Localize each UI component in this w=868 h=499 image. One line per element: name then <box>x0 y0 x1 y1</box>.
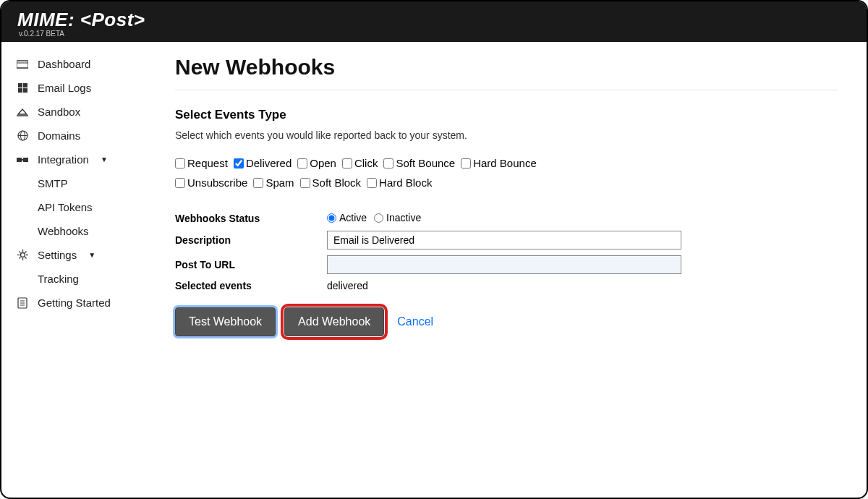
caret-down-icon: ▼ <box>88 251 95 259</box>
checkbox-input[interactable] <box>367 178 377 188</box>
sidebar-item-email-logs[interactable]: Email Logs <box>1 76 153 100</box>
checkbox-unsubscribe[interactable]: Unsubscribe <box>175 176 247 189</box>
svg-rect-11 <box>23 158 28 162</box>
sidebar-item-label: Webhooks <box>38 225 89 237</box>
url-label: Post To URL <box>175 259 327 270</box>
sidebar-item-label: Tracking <box>38 273 79 285</box>
status-label: Webhooks Status <box>175 213 327 224</box>
sidebar-sub-tracking[interactable]: Tracking <box>1 267 153 291</box>
brand-title: MIME: <Post> <box>17 9 851 31</box>
add-webhook-button[interactable]: Add Webhook <box>284 307 384 336</box>
checkbox-input[interactable] <box>461 158 471 169</box>
svg-rect-4 <box>18 88 22 93</box>
svg-point-13 <box>20 253 25 257</box>
radio-inactive[interactable]: Inactive <box>374 212 421 223</box>
checkbox-request[interactable]: Request <box>175 157 228 169</box>
svg-rect-5 <box>23 88 27 93</box>
svg-line-20 <box>25 252 26 253</box>
sidebar-item-sandbox[interactable]: Sandbox <box>1 100 153 124</box>
checkbox-input[interactable] <box>175 158 185 169</box>
sidebar-item-label: Domains <box>38 129 80 142</box>
integration-icon <box>16 155 29 164</box>
radio-input[interactable] <box>374 213 383 223</box>
form-grid: Webhooks Status Active Inactive Descript… <box>175 212 838 291</box>
checkbox-soft-block[interactable]: Soft Block <box>300 176 362 189</box>
checkbox-input[interactable] <box>253 178 263 188</box>
checkbox-hard-block[interactable]: Hard Block <box>367 176 432 189</box>
svg-rect-3 <box>23 83 27 88</box>
sidebar-item-dashboard[interactable]: Dashboard <box>1 52 153 76</box>
sidebar-sub-webhooks[interactable]: Webhooks <box>1 219 153 243</box>
app-header: MIME: <Post> v.0.2.17 BETA <box>1 1 867 42</box>
radio-active[interactable]: Active <box>327 212 367 223</box>
checkbox-soft-bounce[interactable]: Soft Bounce <box>383 157 455 169</box>
description-label: Description <box>175 234 327 246</box>
checkbox-hard-bounce[interactable]: Hard Bounce <box>461 157 537 169</box>
checkbox-input[interactable] <box>297 158 307 169</box>
selected-events-label: Selected events <box>175 280 327 291</box>
sidebar-item-label: Dashboard <box>38 58 90 70</box>
sidebar: Dashboard Email Logs Sandbox Domains Int <box>1 42 153 496</box>
sidebar-item-label: SMTP <box>38 177 68 189</box>
doc-icon <box>16 297 29 309</box>
svg-rect-10 <box>17 158 22 162</box>
svg-line-19 <box>25 257 26 259</box>
checkbox-input[interactable] <box>300 178 310 188</box>
sidebar-item-label: Settings <box>38 249 77 261</box>
events-section-desc: Select which events you would like repor… <box>175 129 838 141</box>
sidebar-sub-smtp[interactable]: SMTP <box>1 171 153 195</box>
sidebar-item-getting-started[interactable]: Getting Started <box>1 291 153 315</box>
events-row-2: Unsubscribe Spam Soft Block Hard Block <box>175 176 838 189</box>
checkbox-input[interactable] <box>383 158 393 169</box>
checkbox-click[interactable]: Click <box>342 157 378 169</box>
checkbox-input[interactable] <box>175 178 185 188</box>
checkbox-open[interactable]: Open <box>297 157 336 169</box>
sidebar-item-domains[interactable]: Domains <box>1 124 153 148</box>
checkbox-spam[interactable]: Spam <box>253 176 294 189</box>
svg-rect-2 <box>18 83 22 88</box>
sidebar-sub-api-tokens[interactable]: API Tokens <box>1 195 153 219</box>
checkbox-input[interactable] <box>234 158 244 169</box>
sidebar-item-integration[interactable]: Integration ▼ <box>1 148 153 171</box>
gear-icon <box>16 250 29 260</box>
selected-events-value: delivered <box>327 280 838 291</box>
main-content: New Webhooks Select Events Type Select w… <box>153 42 867 496</box>
sidebar-item-settings[interactable]: Settings ▼ <box>1 243 153 267</box>
dashboard-icon <box>16 59 29 69</box>
radio-input[interactable] <box>327 213 336 223</box>
events-row-1: Request Delivered Open Click Soft Bounce… <box>175 157 838 169</box>
sandbox-icon <box>16 107 29 117</box>
post-url-input[interactable] <box>327 255 681 274</box>
sidebar-item-label: Getting Started <box>38 297 111 309</box>
sidebar-item-label: Sandbox <box>38 106 80 118</box>
cancel-link[interactable]: Cancel <box>397 315 433 328</box>
sidebar-item-label: Integration <box>38 153 89 166</box>
button-row: Test Webhook Add Webhook Cancel <box>175 307 838 336</box>
globe-icon <box>16 130 29 141</box>
description-input[interactable] <box>327 231 681 250</box>
logs-icon <box>16 82 29 93</box>
svg-rect-0 <box>17 61 28 68</box>
svg-line-21 <box>19 257 20 259</box>
svg-rect-12 <box>21 159 24 161</box>
caret-down-icon: ▼ <box>101 155 108 163</box>
events-section-title: Select Events Type <box>175 108 838 122</box>
svg-line-18 <box>19 252 20 253</box>
test-webhook-button[interactable]: Test Webhook <box>175 307 276 336</box>
page-title: New Webhooks <box>175 55 838 90</box>
sidebar-item-label: Email Logs <box>38 82 91 94</box>
sidebar-item-label: API Tokens <box>38 201 93 213</box>
checkbox-input[interactable] <box>342 158 352 169</box>
checkbox-delivered[interactable]: Delivered <box>234 157 292 169</box>
